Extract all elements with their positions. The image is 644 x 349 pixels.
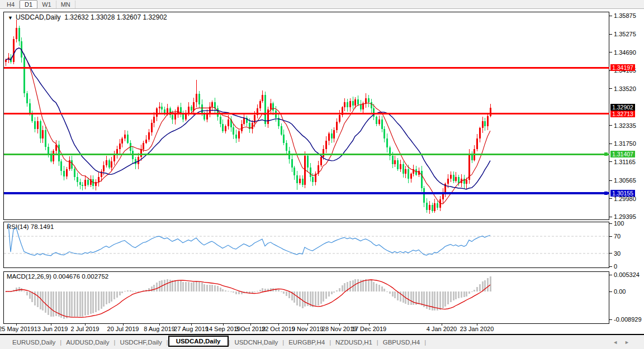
date-label: 8 Aug 2019 <box>144 326 175 332</box>
macd-tick-label: -0.008929 <box>614 316 642 323</box>
symbol-tab-nzdusd[interactable]: NZDUSD,H1 <box>331 338 377 347</box>
price-tick-label: 1.31750 <box>614 140 636 147</box>
symbol-tab-audusd[interactable]: AUDUSD,Daily <box>61 338 113 347</box>
symbol-tab-usdcad[interactable]: USDCAD,Daily <box>168 336 229 347</box>
tab-scroll-left-icon[interactable]: ◄ <box>613 340 624 345</box>
symbol-tab-gbpusd[interactable]: GBPUSD,H4 <box>378 338 424 347</box>
chart-ohlc-values: 1.32632 1.33028 1.32607 1.32902 <box>64 13 167 21</box>
macd-tick-label: 0.005324 <box>614 271 640 278</box>
date-label: 4 Jan 2020 <box>427 326 457 332</box>
macd-indicator-label: MACD(12,26,9) 0.004676 0.002752 <box>7 273 108 280</box>
rsi-tick-label: 0 <box>614 263 617 270</box>
rsi-tick-label: 30 <box>614 250 621 257</box>
time-axis: 25 May 201913 Jun 20192 Jul 201920 Jul 2… <box>0 324 644 334</box>
level-price-badge: 1.30155 <box>610 190 635 197</box>
tab-scroll-arrows: ◄► <box>613 340 636 345</box>
symbol-tab-usdchf[interactable]: USDCHF,Daily <box>115 338 166 347</box>
chart-symbol-label: USDCAD,Daily <box>16 13 61 21</box>
date-label: 25 May 2019 <box>0 326 34 332</box>
level-price-badge: 1.31407 <box>610 151 635 157</box>
rsi-tick-label: 70 <box>614 233 621 240</box>
date-label: 17 Dec 2019 <box>352 326 386 332</box>
level-price-badge: 1.32713 <box>610 111 635 117</box>
date-label: 3 Oct 2019 <box>235 326 266 332</box>
price-tick-label: 1.35875 <box>614 12 636 19</box>
date-label: 23 Jan 2020 <box>460 326 494 332</box>
timeframe-button-mn[interactable]: MN <box>56 1 75 8</box>
mt4-screen: H4D1W1MN ▼USDCAD,Daily 1.32632 1.33028 1… <box>0 0 644 349</box>
date-label: 13 Jun 2019 <box>34 326 68 332</box>
chart-window: ▼USDCAD,Daily 1.32632 1.33028 1.32607 1.… <box>0 9 644 335</box>
timeframe-toolbar: H4D1W1MN <box>0 0 644 9</box>
price-tick-label: 1.35275 <box>614 31 636 37</box>
price-tick-label: 1.34690 <box>614 49 636 56</box>
price-tick-label: 1.33520 <box>614 85 636 92</box>
price-tick-label: 1.31165 <box>614 159 636 165</box>
symbol-tab-eurusd[interactable]: EURUSD,Daily <box>8 338 60 347</box>
price-tick-label: 1.32335 <box>614 122 636 129</box>
tab-separator: | <box>424 339 426 346</box>
macd-tick-label: 0.00 <box>614 288 626 295</box>
rsi-panel <box>3 222 609 268</box>
tab-scroll-right-icon[interactable]: ► <box>624 340 636 345</box>
rsi-tick-label: 100 <box>614 220 624 227</box>
timeframe-button-w1[interactable]: W1 <box>37 1 56 8</box>
price-panel <box>3 12 609 220</box>
level-price-badge: 1.34197 <box>610 64 635 71</box>
timeframe-button-d1[interactable]: D1 <box>20 0 37 9</box>
date-label: 2 Jul 2019 <box>71 326 100 332</box>
price-tick-label: 1.29395 <box>614 213 636 220</box>
chart-title: ▼USDCAD,Daily 1.32632 1.33028 1.32607 1.… <box>8 13 167 21</box>
price-axis[interactable]: 1.358751.352751.346901.341051.335201.323… <box>609 9 644 335</box>
rsi-indicator-label: RSI(14) 78.1491 <box>7 223 54 230</box>
date-label: 27 Aug 2019 <box>174 326 209 332</box>
current-price-badge: 1.32902 <box>610 104 635 111</box>
chart-dropdown-icon[interactable]: ▼ <box>8 15 13 21</box>
symbol-tab-bar: EURUSD,Daily|AUDUSD,Daily|USDCHF,Daily|U… <box>0 334 644 349</box>
symbol-tab-eurgbp[interactable]: EURGBP,H4 <box>284 338 329 347</box>
timeframe-button-h4[interactable]: H4 <box>2 1 20 8</box>
date-label: 22 Oct 2019 <box>262 326 295 332</box>
symbol-tab-usdcnh[interactable]: USDCNH,Daily <box>230 338 282 347</box>
date-label: 9 Nov 2019 <box>292 326 323 332</box>
price-tick-label: 1.30565 <box>614 177 636 184</box>
date-label: 20 Jul 2019 <box>107 326 139 332</box>
